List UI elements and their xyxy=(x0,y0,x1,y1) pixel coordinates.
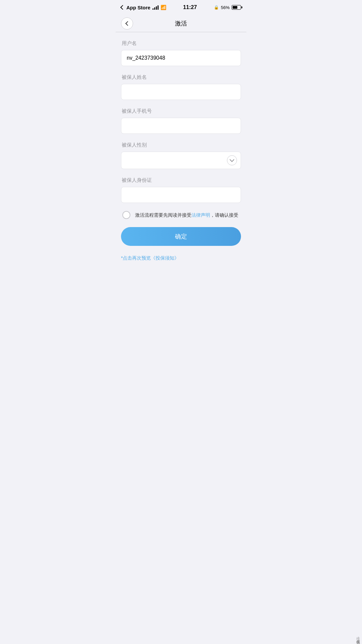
back-button[interactable] xyxy=(121,17,133,30)
insured-phone-section: 被保人手机号 xyxy=(121,108,241,134)
app-store-label: App Store xyxy=(126,5,150,10)
status-left: App Store 📶 xyxy=(121,5,166,10)
status-bar: App Store 📶 11:27 🔒 56% xyxy=(116,0,246,15)
preview-link[interactable]: *点击再次预览《投保须知》 xyxy=(121,254,179,263)
gender-select-wrapper: 男 女 xyxy=(121,152,241,169)
legal-notice-link[interactable]: 法律声明 xyxy=(191,212,210,218)
back-chevron-icon xyxy=(125,21,130,25)
insured-phone-label: 被保人手机号 xyxy=(121,108,241,114)
nav-bar: 激活 xyxy=(116,15,246,32)
clock: 11:27 xyxy=(183,4,197,10)
insured-phone-input[interactable] xyxy=(121,118,241,134)
insured-id-input[interactable] xyxy=(121,187,241,203)
wifi-icon: 📶 xyxy=(161,5,166,10)
insured-name-input[interactable] xyxy=(121,84,241,100)
agreement-text-1: 激活流程需要先阅读并接受 xyxy=(135,212,191,218)
agreement-radio[interactable] xyxy=(122,211,130,219)
back-arrow-small xyxy=(120,5,125,10)
lock-icon: 🔒 xyxy=(214,5,219,10)
username-label: 用户名 xyxy=(121,40,241,47)
username-input[interactable] xyxy=(121,50,241,66)
main-content: 用户名 被保人姓名 被保人手机号 被保人性别 男 女 被保人身份证 激活流程需要… xyxy=(116,32,246,271)
insured-name-section: 被保人姓名 xyxy=(121,74,241,100)
agreement-text-2: ，请确认接受 xyxy=(210,212,238,218)
agreement-text: 激活流程需要先阅读并接受法律声明，请确认接受 xyxy=(135,212,238,219)
page-title: 激活 xyxy=(175,19,187,28)
username-section: 用户名 xyxy=(121,40,241,66)
insured-gender-select[interactable]: 男 女 xyxy=(121,152,241,169)
insured-id-section: 被保人身份证 xyxy=(121,177,241,203)
battery-percent: 56% xyxy=(221,5,230,10)
confirm-button[interactable]: 确定 xyxy=(121,227,241,246)
insured-name-label: 被保人姓名 xyxy=(121,74,241,80)
insured-gender-label: 被保人性别 xyxy=(121,142,241,148)
insured-id-label: 被保人身份证 xyxy=(121,177,241,183)
signal-icon xyxy=(153,5,159,10)
insured-gender-section: 被保人性别 男 女 xyxy=(121,142,241,169)
agreement-row: 激活流程需要先阅读并接受法律声明，请确认接受 xyxy=(121,211,241,219)
status-right: 🔒 56% xyxy=(214,5,241,10)
battery-icon xyxy=(232,5,241,10)
